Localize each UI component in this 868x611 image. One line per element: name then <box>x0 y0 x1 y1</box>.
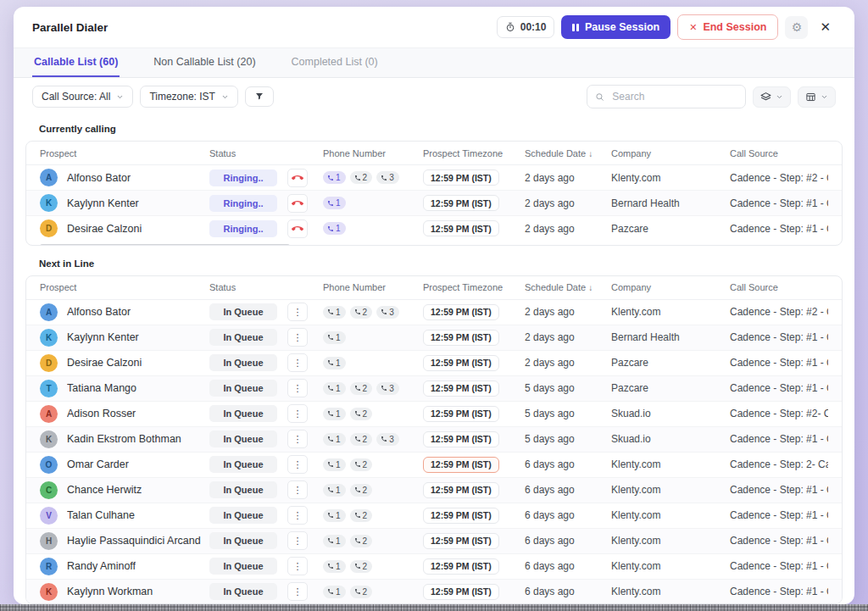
table-row: DDesirae CalzoniRinging..112:59 PM (IST)… <box>26 216 842 241</box>
timezone-chip: 12:59 PM (IST) <box>423 220 499 236</box>
close-button[interactable]: ✕ <box>815 18 836 36</box>
columns-dropdown[interactable] <box>798 86 836 108</box>
company: Klenty.com <box>611 458 730 470</box>
row-menu-button[interactable]: ⋮ <box>287 328 308 347</box>
next-in-line-title: Next in Line <box>39 258 829 269</box>
avatar: A <box>40 169 58 186</box>
row-menu-button[interactable]: ⋮ <box>287 582 308 601</box>
phone-line-chip[interactable]: 1 <box>323 560 346 573</box>
phone-line-chip[interactable]: 2 <box>350 458 373 471</box>
layers-dropdown[interactable] <box>753 86 791 108</box>
status-badge: In Queue <box>209 532 277 549</box>
kebab-icon: ⋮ <box>293 409 303 419</box>
tab-callable-list[interactable]: Callable List (60) <box>32 48 120 77</box>
phone-line-chip[interactable]: 2 <box>350 171 373 184</box>
pause-session-button[interactable]: Pause Session <box>561 15 670 39</box>
row-menu-button[interactable]: ⋮ <box>287 404 308 423</box>
company: Bernard Health <box>611 331 730 343</box>
phone-line-chip[interactable]: 2 <box>350 408 373 420</box>
phone-line-chip[interactable]: 1 <box>323 408 346 420</box>
phone-line-chip[interactable]: 1 <box>323 382 346 395</box>
session-actions: 00:10 Pause Session ✕ End Session ⚙ ✕ <box>497 14 836 40</box>
phone-line-chip[interactable]: 1 <box>323 171 346 184</box>
row-menu-button[interactable]: ⋮ <box>287 531 308 550</box>
column-header[interactable]: Schedule Date↓ <box>525 282 611 292</box>
timezone-chip: 12:59 PM (IST) <box>423 169 499 186</box>
phone-line-chip[interactable]: 3 <box>376 382 399 395</box>
avatar: K <box>40 194 58 212</box>
phone-icon <box>354 410 361 417</box>
column-header: Prospect <box>40 282 209 292</box>
phone-line-chip[interactable]: 2 <box>350 509 373 522</box>
phone-icon <box>354 308 361 315</box>
prospect-name: Desirae Calzoni <box>67 357 142 369</box>
search-input[interactable] <box>610 90 737 103</box>
scrollbar-thumb[interactable] <box>40 244 290 246</box>
timezone-chip: 12:59 PM (IST) <box>423 406 499 422</box>
prospect-name: Tatiana Mango <box>67 382 136 394</box>
row-menu-button[interactable]: ⋮ <box>287 557 308 575</box>
table-row: KKadin Ekstrom BothmanIn Queue⋮12312:59 … <box>26 427 842 453</box>
hangup-button[interactable] <box>287 169 308 187</box>
status-badge: Ringing.. <box>209 195 277 212</box>
call-source: Cadence - Step: #1 - Ca... <box>730 433 828 445</box>
phone-line-chip[interactable]: 2 <box>350 535 373 547</box>
call-source-filter[interactable]: Call Source: All <box>32 86 133 108</box>
settings-button[interactable]: ⚙ <box>785 16 808 39</box>
hangup-button[interactable] <box>287 219 308 238</box>
phone-line-chip[interactable]: 1 <box>323 458 346 471</box>
column-header[interactable]: Schedule Date↓ <box>525 148 611 158</box>
phone-line-chip[interactable]: 2 <box>350 560 373 573</box>
phone-line-chip[interactable]: 1 <box>323 535 346 547</box>
phone-line-chip[interactable]: 1 <box>323 433 346 446</box>
phone-line-chip[interactable]: 2 <box>350 586 373 598</box>
table-columns-icon <box>805 92 816 103</box>
timezone-filter[interactable]: Timezone: IST <box>140 86 238 108</box>
phone-line-chip[interactable]: 1 <box>323 509 346 522</box>
status-badge: In Queue <box>209 354 277 371</box>
row-menu-button[interactable]: ⋮ <box>287 455 308 474</box>
avatar: T <box>40 380 58 397</box>
phone-icon <box>354 175 361 181</box>
call-source: Cadence - Step: #1 - Ca... <box>730 382 828 394</box>
phone-line-chip[interactable]: 1 <box>323 484 346 497</box>
row-menu-button[interactable]: ⋮ <box>287 430 308 448</box>
row-menu-button[interactable]: ⋮ <box>287 303 308 321</box>
phone-line-chip[interactable]: 1 <box>323 222 346 235</box>
timezone-chip: 12:59 PM (IST) <box>423 508 499 524</box>
title-bar: Parallel Dialer 00:10 Pause Session ✕ En… <box>14 7 854 48</box>
end-session-button[interactable]: ✕ End Session <box>677 14 778 40</box>
prospect-name: Alfonso Bator <box>67 306 131 318</box>
phone-line-chip[interactable]: 3 <box>376 171 399 184</box>
phone-line-chip[interactable]: 2 <box>350 382 373 395</box>
phone-icon <box>327 461 334 468</box>
row-menu-button[interactable]: ⋮ <box>287 379 308 397</box>
phone-line-chip[interactable]: 1 <box>323 331 346 344</box>
phone-line-chip[interactable]: 1 <box>323 306 346 319</box>
tab-completed-list[interactable]: Completed List (0) <box>290 48 380 77</box>
next-in-line-head: ProspectStatusPhone NumberProspect Timez… <box>26 276 842 300</box>
phone-line-chip[interactable]: 2 <box>350 484 373 497</box>
phone-line-chip[interactable]: 1 <box>323 197 346 209</box>
phone-icon <box>327 537 334 544</box>
row-menu-button[interactable]: ⋮ <box>287 506 308 525</box>
call-source: Cadence - Step: #1 - Ca... <box>730 484 828 496</box>
phone-line-chip[interactable]: 1 <box>323 586 346 598</box>
hangup-button[interactable] <box>287 194 308 213</box>
tab-non-callable-list[interactable]: Non Callable List (20) <box>152 48 257 77</box>
phone-icon <box>327 334 334 341</box>
phone-line-chip[interactable]: 2 <box>350 433 373 446</box>
phone-line-chip[interactable]: 1 <box>323 357 346 369</box>
kebab-icon: ⋮ <box>293 486 303 495</box>
avatar: O <box>40 456 58 474</box>
phone-line-chip[interactable]: 3 <box>376 306 399 319</box>
phone-line-chip[interactable]: 2 <box>350 306 373 319</box>
schedule-date: 2 days ago <box>525 223 611 235</box>
row-menu-button[interactable]: ⋮ <box>287 353 308 372</box>
company: Klenty.com <box>611 172 730 184</box>
table-row: CChance HerwitzIn Queue⋮1212:59 PM (IST)… <box>26 478 842 503</box>
phone-line-chip[interactable]: 3 <box>376 433 399 446</box>
row-menu-button[interactable]: ⋮ <box>287 480 308 499</box>
schedule-date: 6 days ago <box>525 586 611 597</box>
more-filters-button[interactable] <box>245 86 274 107</box>
